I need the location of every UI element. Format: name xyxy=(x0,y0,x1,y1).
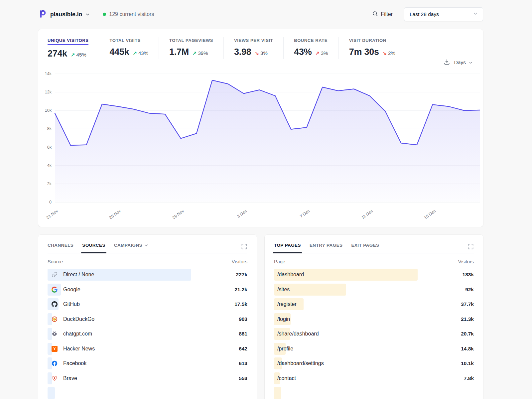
row-visitors: 10.1k xyxy=(461,360,474,366)
row-label: Direct / None xyxy=(63,272,94,278)
row-bar xyxy=(274,387,281,399)
tab-exit-pages[interactable]: EXIT PAGES xyxy=(351,243,379,253)
arrow-down-icon: ↘ xyxy=(383,50,387,56)
stat-value: 7m 30s xyxy=(349,47,379,57)
tab-entry-pages[interactable]: ENTRY PAGES xyxy=(310,243,342,253)
expand-icon[interactable] xyxy=(241,243,247,251)
page-row[interactable]: /register 37.7k xyxy=(274,298,474,310)
stat-bounce-rate[interactable]: BOUNCE RATE 43% ↗3% xyxy=(283,37,338,59)
row-visitors: 642 xyxy=(239,346,247,352)
download-icon[interactable] xyxy=(444,59,450,66)
date-range-select[interactable]: Last 28 days xyxy=(404,7,483,21)
google-icon xyxy=(52,287,58,293)
row-label: /contact xyxy=(277,375,296,381)
stat-total-visits[interactable]: TOTAL VISITS 445k ↗43% xyxy=(99,37,159,59)
row-label: /dashboard/settings xyxy=(277,360,324,366)
row-visitors: 17.5k xyxy=(234,301,247,307)
duckduckgo-icon xyxy=(52,316,58,322)
source-row[interactable]: DuckDuckGo 903 xyxy=(48,313,247,325)
row-visitors: 227k xyxy=(236,272,247,278)
column-page: Page xyxy=(274,259,285,264)
stat-label: BOUNCE RATE xyxy=(294,38,328,43)
source-row[interactable]: Facebook 613 xyxy=(48,357,247,369)
sources-tabs: CHANNELS SOURCES CAMPAIGNS xyxy=(48,243,149,253)
sources-columns: Source Visitors xyxy=(48,259,247,264)
tab-campaigns[interactable]: CAMPAIGNS xyxy=(114,243,149,253)
tab-channels[interactable]: CHANNELS xyxy=(48,243,73,253)
stat-change: ↘3% xyxy=(255,50,268,56)
page-row[interactable]: /contact 7.8k xyxy=(274,372,474,384)
source-row[interactable]: Brave 553 xyxy=(48,372,247,384)
stat-value: 1.7M xyxy=(169,47,189,57)
arrow-down-icon: ↘ xyxy=(255,50,259,56)
tab-sources[interactable]: SOURCES xyxy=(82,243,105,253)
source-row[interactable]: GitHub 17.5k xyxy=(48,298,247,310)
x-axis-label: 15 Dec xyxy=(423,208,437,220)
row-visitors: 92k xyxy=(465,287,474,293)
search-icon xyxy=(372,11,378,18)
tab-top-pages[interactable]: TOP PAGES xyxy=(274,243,301,253)
stat-views-per-visit[interactable]: VIEWS PER VISIT 3.98 ↘3% xyxy=(223,37,283,59)
stat-label: TOTAL VISITS xyxy=(109,38,141,43)
stat-change: ↗3% xyxy=(315,50,328,56)
interval-select[interactable]: Days xyxy=(454,60,473,66)
stat-value: 3.98 xyxy=(234,47,251,57)
current-visitors[interactable]: 129 current visitors xyxy=(103,11,154,17)
page-row[interactable]: /dashboard 183k xyxy=(274,269,474,281)
visitors-card: UNIQUE VISITORS 274k ↗45% TOTAL VISITS 4… xyxy=(38,29,483,227)
row-label: /profile xyxy=(277,346,293,352)
visitors-area-chart[interactable]: 02k4k6k8k10k12k14k xyxy=(38,71,483,204)
pages-panel-head: TOP PAGES ENTRY PAGES EXIT PAGES xyxy=(274,243,474,253)
row-label: Hacker News xyxy=(63,346,95,352)
pages-tabs: TOP PAGES ENTRY PAGES EXIT PAGES xyxy=(274,243,379,253)
stat-change: ↘2% xyxy=(383,50,395,56)
row-visitors: 37.7k xyxy=(461,301,474,307)
page-row[interactable]: /dashboard/settings 10.1k xyxy=(274,357,474,369)
link-icon xyxy=(52,272,58,278)
stat-unique-visitors[interactable]: UNIQUE VISITORS 274k ↗45% xyxy=(48,37,99,59)
page-row[interactable]: /login 21.3k xyxy=(274,313,474,325)
filter-button[interactable]: Filter xyxy=(372,11,393,18)
expand-icon[interactable] xyxy=(467,243,474,251)
stat-total-pageviews[interactable]: TOTAL PAGEVIEWS 1.7M ↗39% xyxy=(159,37,223,59)
partial-row xyxy=(274,387,474,399)
stat-label: VISIT DURATION xyxy=(349,38,386,43)
row-visitors: 20.7k xyxy=(461,331,474,337)
chart-x-axis: 21 Nov25 Nov29 Nov3 Dec7 Dec11 Dec15 Dec xyxy=(55,201,480,221)
svg-text:0: 0 xyxy=(49,200,52,204)
row-label: Google xyxy=(63,287,80,293)
row-visitors: 183k xyxy=(463,272,474,278)
breakdown-panels: CHANNELS SOURCES CAMPAIGNS Source Visito… xyxy=(38,235,483,399)
stat-change: ↗43% xyxy=(133,50,148,56)
stat-visit-duration[interactable]: VISIT DURATION 7m 30s ↘2% xyxy=(338,37,406,59)
column-visitors: Visitors xyxy=(232,259,247,264)
stat-change: ↗39% xyxy=(193,50,208,56)
plausible-logo xyxy=(38,9,47,20)
svg-text:14k: 14k xyxy=(45,71,52,76)
chevron-down-icon xyxy=(468,60,473,65)
svg-text:Y: Y xyxy=(53,347,56,351)
source-row[interactable]: Direct / None 227k xyxy=(48,269,247,281)
page-row[interactable]: /share/dashboard 20.7k xyxy=(274,328,474,340)
sources-panel-head: CHANNELS SOURCES CAMPAIGNS xyxy=(48,243,247,253)
source-row[interactable]: Y Hacker News 642 xyxy=(48,343,247,355)
pages-panel: TOP PAGES ENTRY PAGES EXIT PAGES Page Vi… xyxy=(265,235,483,399)
row-visitors: 881 xyxy=(239,331,247,337)
row-label: Brave xyxy=(63,375,77,381)
row-label: /dashboard xyxy=(277,272,304,278)
stat-value: 274k xyxy=(48,49,67,59)
stat-value: 43% xyxy=(294,47,312,57)
row-label: chatgpt.com xyxy=(63,331,92,337)
page-row[interactable]: /sites 92k xyxy=(274,284,474,296)
pages-list: /dashboard 183k /sites 92k /register 37.… xyxy=(274,269,474,399)
row-visitors: 553 xyxy=(239,375,247,381)
x-axis-label: 29 Nov xyxy=(172,208,185,220)
row-label: Facebook xyxy=(63,360,86,366)
facebook-icon xyxy=(52,360,58,366)
source-row[interactable]: Google 21.2k xyxy=(48,284,247,296)
site-switcher[interactable]: plausible.io xyxy=(38,9,90,20)
source-row[interactable]: chatgpt.com 881 xyxy=(48,328,247,340)
arrow-up-icon: ↗ xyxy=(71,52,75,58)
page-row[interactable]: /profile 14.8k xyxy=(274,343,474,355)
dashboard-page: plausible.io 129 current visitors Filter… xyxy=(38,0,483,399)
